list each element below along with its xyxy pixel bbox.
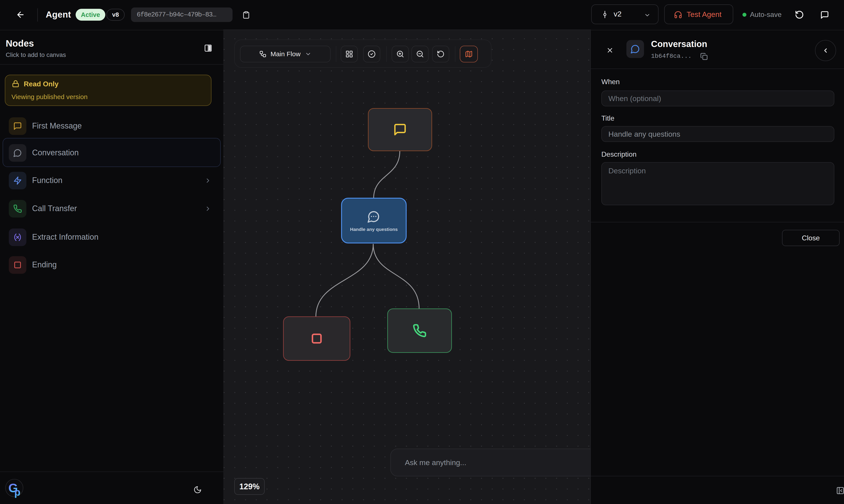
svg-text:p: p <box>14 486 20 498</box>
